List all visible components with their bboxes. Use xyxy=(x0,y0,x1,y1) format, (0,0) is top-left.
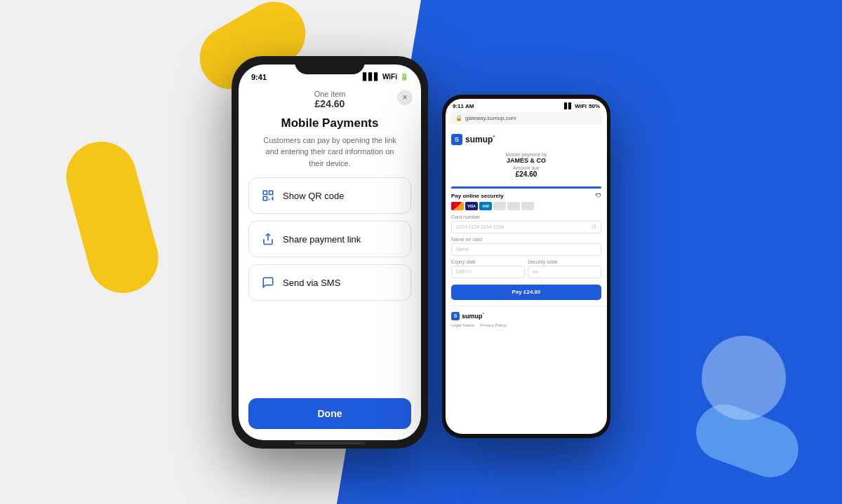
security-placeholder: ••• xyxy=(533,269,537,274)
svg-rect-1 xyxy=(269,191,273,194)
payment-amount-label: Amount due xyxy=(451,165,601,170)
show-qr-option[interactable]: Show QR code xyxy=(248,177,411,214)
expiry-input[interactable]: MM/YY xyxy=(451,266,525,278)
iphone-screen: 9:41 ▋▋▋ WiFi 🔋 One item £24.60 × Mobile… xyxy=(239,64,421,440)
expiry-security-row: Expiry date MM/YY Security code ••• xyxy=(451,259,601,282)
android-browser-bar[interactable]: 🔒 gateway.sumup.com xyxy=(450,112,603,124)
payment-info-block: Mobile payment by JAMES & CO Amount due … xyxy=(451,149,601,182)
security-code-label: Security code xyxy=(528,259,601,264)
sumup-logo-text: sumup* xyxy=(465,134,495,144)
done-button[interactable]: Done xyxy=(248,398,411,429)
expiry-label: Expiry date xyxy=(451,259,525,264)
android-screen: 9:11 AM ▋▋ WiFi 50% 🔒 gateway.sumup.com … xyxy=(446,99,607,434)
android-signal-icon: ▋▋ xyxy=(564,103,573,109)
wifi-icon: WiFi xyxy=(382,73,397,81)
footer-sumup-logo-icon: S xyxy=(451,312,460,320)
generic-card-icon-3 xyxy=(521,202,534,210)
security-shield-icon: 🛡 xyxy=(596,193,601,199)
lock-icon: 🔒 xyxy=(455,115,462,121)
sumup-logo-top: S sumup* xyxy=(451,131,601,149)
card-number-placeholder: 1234 1234 1234 1234 xyxy=(456,224,504,229)
card-number-label: Card number xyxy=(451,214,601,219)
android-status-icons: ▋▋ WiFi 50% xyxy=(564,103,600,109)
footer-sumup-text: sumup* xyxy=(462,312,484,320)
pay-online-title: Pay online securely xyxy=(451,193,504,199)
modal-item-info: One item £24.60 xyxy=(314,90,346,109)
send-sms-label: Send via SMS xyxy=(283,278,340,288)
privacy-policy-link[interactable]: Privacy Policy xyxy=(480,323,506,327)
footer-logo: S sumup* xyxy=(451,312,601,320)
modal-content: One item £24.60 × Mobile Payments Custom… xyxy=(239,84,421,440)
android-status-bar: 9:11 AM ▋▋ WiFi 50% xyxy=(446,99,607,111)
android-wifi-icon: WiFi xyxy=(575,103,587,109)
sms-icon xyxy=(260,275,276,290)
card-number-input[interactable]: 1234 1234 1234 1234 ⊡ xyxy=(451,221,601,233)
card-icons-row: VISA AM xyxy=(451,202,601,210)
visa-icon: VISA xyxy=(465,202,478,210)
share-icon xyxy=(260,231,276,247)
expiry-placeholder: MM/YY xyxy=(456,269,472,274)
payment-merchant: JAMES & CO xyxy=(451,157,601,164)
modal-options-list: Show QR code Share payment link xyxy=(239,177,421,388)
security-col: Security code ••• xyxy=(528,259,601,282)
footer-links: Legal Notice Privacy Policy xyxy=(451,323,601,327)
modal-subtitle: Customers can pay by opening the link an… xyxy=(239,133,421,178)
modal-item-count: One item xyxy=(314,90,346,98)
modal-item-price: £24.60 xyxy=(314,98,346,109)
qr-icon xyxy=(260,188,276,203)
blob-blue-light-right xyxy=(702,336,786,420)
name-placeholder: Name xyxy=(456,247,469,252)
pay-button-label: Pay £24.80 xyxy=(512,289,541,295)
android-footer: S sumup* Legal Notice Privacy Policy xyxy=(446,306,607,330)
phones-container: 9:41 ▋▋▋ WiFi 🔋 One item £24.60 × Mobile… xyxy=(232,56,610,449)
modal-close-button[interactable]: × xyxy=(397,90,413,105)
sumup-asterisk: * xyxy=(493,134,495,140)
sumup-logo-icon: S xyxy=(451,134,462,145)
pay-button[interactable]: Pay £24.80 xyxy=(451,285,601,300)
expiry-col: Expiry date MM/YY xyxy=(451,259,525,282)
svg-rect-2 xyxy=(263,197,267,200)
share-payment-label: Share payment link xyxy=(283,234,361,245)
svg-rect-0 xyxy=(263,191,267,194)
show-qr-label: Show QR code xyxy=(283,191,344,201)
modal-top-bar: One item £24.60 × xyxy=(239,84,421,112)
modal-title: Mobile Payments xyxy=(239,112,421,133)
security-code-input[interactable]: ••• xyxy=(528,266,601,278)
progress-bar xyxy=(451,186,601,189)
android-battery: 50% xyxy=(589,103,600,109)
share-payment-option[interactable]: Share payment link xyxy=(248,221,411,257)
iphone-time: 9:41 xyxy=(251,73,267,81)
name-on-card-input[interactable]: Name xyxy=(451,243,601,256)
send-sms-option[interactable]: Send via SMS xyxy=(248,264,411,301)
mastercard-icon xyxy=(451,202,464,210)
card-scan-icon: ⊡ xyxy=(592,224,596,230)
iphone-home-indicator xyxy=(295,442,365,444)
iphone-device: 9:41 ▋▋▋ WiFi 🔋 One item £24.60 × Mobile… xyxy=(232,56,428,449)
android-page-content: S sumup* Mobile payment by JAMES & CO Am… xyxy=(446,125,607,306)
name-on-card-label: Name on card xyxy=(451,237,601,242)
generic-card-icon-1 xyxy=(493,202,506,210)
android-device: 9:11 AM ▋▋ WiFi 50% 🔒 gateway.sumup.com … xyxy=(442,95,610,438)
browser-url: gateway.sumup.com xyxy=(465,115,516,121)
signal-icon: ▋▋▋ xyxy=(363,73,380,81)
footer-asterisk: * xyxy=(483,312,484,316)
iphone-status-icons: ▋▋▋ WiFi 🔋 xyxy=(363,73,408,81)
payment-amount: £24.60 xyxy=(451,170,601,178)
android-time: 9:11 AM xyxy=(453,103,474,109)
generic-card-icon-2 xyxy=(507,202,520,210)
pay-online-header: Pay online securely 🛡 xyxy=(451,193,601,199)
legal-notice-link[interactable]: Legal Notice xyxy=(451,323,474,327)
amex-icon: AM xyxy=(479,202,492,210)
iphone-notch xyxy=(295,56,365,74)
payment-by-label: Mobile payment by xyxy=(451,152,601,157)
battery-icon: 🔋 xyxy=(400,73,408,81)
